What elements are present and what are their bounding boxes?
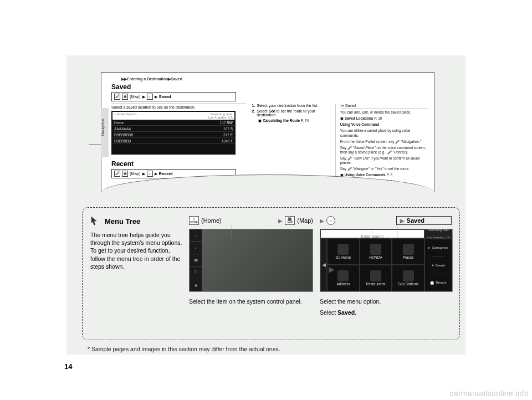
panel-sidebar-audio-icon: ♪: [190, 242, 202, 254]
right-title: ≫ Saved: [340, 104, 428, 109]
step-number: 2.: [252, 109, 255, 117]
home-icon: [337, 244, 349, 255]
pointer-line: [232, 225, 232, 238]
chevron-right-icon: ▶: [320, 218, 324, 224]
right-line: Say 🎤 "Navigate" or "Yes" to set the rou…: [340, 167, 428, 171]
tree-leaf-saved: Saved: [159, 94, 171, 99]
menu-tree-title: Menu Tree: [105, 217, 140, 225]
explanation-box: Menu Tree The menu tree helps guide you …: [82, 207, 460, 340]
restaurants-icon: [370, 270, 381, 281]
list-item: Home117 SW: [112, 120, 234, 126]
address-icon: [337, 270, 349, 281]
panel-sidebar-home-icon: ⌂: [190, 229, 202, 242]
chevron-right-icon: ▶: [400, 218, 405, 224]
map-icon: ▦: [122, 171, 128, 177]
search-icon: ⌕: [147, 94, 153, 100]
right-line: You can add, edit, or delete the saved p…: [340, 110, 428, 115]
nav-menu-screenshot: ⌕ Enter Search Searching nearLos Angeles…: [320, 229, 453, 292]
map-label: (Map): [130, 171, 141, 176]
nav-search-placeholder: ⌕ Enter Search: [114, 112, 137, 119]
page-number: 14: [64, 362, 72, 371]
mic-icon: 🎤: [114, 94, 120, 100]
breadcrumb: ▶▶Entering a Destination▶Saved: [101, 73, 434, 83]
instruction-text: Select a saved location to use as the de…: [111, 104, 246, 109]
map-button-icon: ▦MAP: [285, 216, 295, 225]
chevron-right-icon: ▶: [155, 95, 157, 99]
section-title-recent: Recent: [111, 160, 236, 168]
panel-sidebar-back-icon: ◉: [190, 279, 202, 291]
pointer-line: [397, 225, 397, 238]
nav-cell-places: Places: [392, 238, 424, 265]
saved-label: Saved: [407, 217, 424, 224]
nav-screenshot: ⌕ Enter Search Searching nearLos Angeles…: [111, 111, 236, 155]
list-item: BBBBBBBB317 E: [112, 132, 234, 138]
nav-right-saved: ♥ Saved: [432, 257, 445, 274]
icon-sequence-left: ⌂HOME (Home) ▶ ▦MAP (Map): [189, 216, 313, 225]
menu-tree-description: The menu tree helps guide you through th…: [90, 231, 182, 270]
nav-cell-honda: HONDA: [360, 238, 392, 265]
menu-tree-bar: 🎤 ▦ (Map) ▶ ⌕ ▶ Saved: [111, 92, 236, 101]
list-item: BBBBBBB1346 T: [112, 139, 234, 144]
nav-caption-1: Select the menu option.: [320, 298, 452, 305]
chevron-right-icon: ▶: [155, 172, 157, 176]
right-line: From the Voice Portal screen, say 🎤 "Nav…: [340, 140, 428, 144]
mic-icon: 🎤: [114, 171, 120, 177]
places-icon: [403, 244, 414, 255]
right-subhead: Using Voice Command: [340, 122, 428, 127]
nav-column: ▶ ⌕ ▶ Saved ⌕ Enter Search Searching nea…: [320, 216, 452, 334]
nav-cell-go-home: Go Home: [327, 238, 360, 265]
page-ref: ◼ Calculating the Route P. 74: [258, 119, 329, 123]
footnote: * Sample pages and images in this sectio…: [88, 346, 280, 352]
nav-search-row: ⌕ Enter Search Searching nearLos Angeles…: [112, 112, 234, 120]
nav-side-arrows: ◀: [320, 238, 327, 291]
control-panel-screenshot: ⌂ ♪ ☎ ⓘ ◉: [189, 229, 313, 292]
chevron-right-icon: ▶: [142, 95, 145, 99]
sample-right-column: ≫ Saved You can add, edit, or delete the…: [335, 104, 428, 186]
home-button-icon: ⌂HOME: [189, 216, 199, 225]
sample-steps-column: 1. Select your destination from the list…: [252, 104, 329, 186]
panel-sidebar: ⌂ ♪ ☎ ⓘ ◉: [190, 229, 202, 291]
menu-tree-column: Menu Tree The menu tree helps guide you …: [90, 216, 182, 334]
map-label: (Map): [130, 94, 141, 99]
nav-right-recent: 🕘 Recent: [430, 274, 446, 291]
right-line: Say 🎤 "View List" if you want to confirm…: [340, 156, 428, 165]
right-line: Say 🎤 "Saved Place" on the voice command…: [340, 146, 428, 155]
search-icon: ⌕: [147, 171, 153, 177]
search-icon: ⌕: [326, 216, 335, 225]
menu-tree-heading: Menu Tree: [90, 216, 182, 227]
icon-sequence-right: ▶ ⌕ ▶ Saved: [320, 216, 452, 225]
side-tab-navigation: Navigation: [101, 108, 109, 157]
map-label: (Map): [297, 217, 313, 224]
nav-right-categories: ▸ Categories: [428, 239, 448, 256]
step-2: 2. Select Go! to set the route to your d…: [252, 109, 329, 117]
panel-sidebar-info-icon: ⓘ: [190, 266, 202, 279]
nav-search-near: Searching nearLos Angeles, CA: [424, 229, 452, 238]
step-text: Select your destination from the list.: [257, 104, 318, 107]
step-text: Select Go! to set the route to your dest…: [257, 109, 330, 117]
page-ref: ◼ Saved Locations P. 19: [340, 116, 428, 121]
section-title-saved: Saved: [111, 83, 434, 91]
panel-main-area: [202, 229, 313, 291]
watermark: carmanualsonline.info: [450, 389, 529, 398]
flow-arrow-icon: ▶: [329, 265, 335, 274]
nav-search-field: ⌕ Enter Search: [320, 229, 424, 238]
step-1: 1. Select your destination from the list…: [252, 104, 329, 107]
right-line: You can utilize a saved place by using v…: [340, 129, 428, 137]
saved-step-box: ▶ Saved: [396, 216, 452, 225]
panel-column: ⌂HOME (Home) ▶ ▦MAP (Map) ⌂ ♪ ☎ ⓘ ◉ Sele…: [189, 216, 313, 334]
panel-sidebar-phone-icon: ☎: [190, 254, 202, 266]
panel-caption: Select the item on the system control pa…: [189, 298, 313, 305]
tree-leaf-recent: Recent: [159, 171, 173, 176]
step-number: 1.: [252, 104, 255, 107]
nav-cell-gas: Gas Stations: [392, 265, 424, 291]
gas-icon: [403, 270, 414, 281]
nav-right-list: ▸ Categories ♥ Saved 🕘 Recent: [424, 238, 452, 291]
chevron-right-icon: ▶: [142, 172, 145, 176]
pointer-icon: [90, 216, 101, 227]
honda-icon: [370, 244, 381, 255]
chevron-right-icon: ▶: [278, 218, 283, 224]
nav-cell-restaurants: Restaurants: [360, 265, 392, 291]
map-icon: ▦: [122, 94, 128, 100]
home-label: (Home): [201, 217, 222, 224]
list-item: AAAAAAA167 S: [112, 126, 234, 132]
